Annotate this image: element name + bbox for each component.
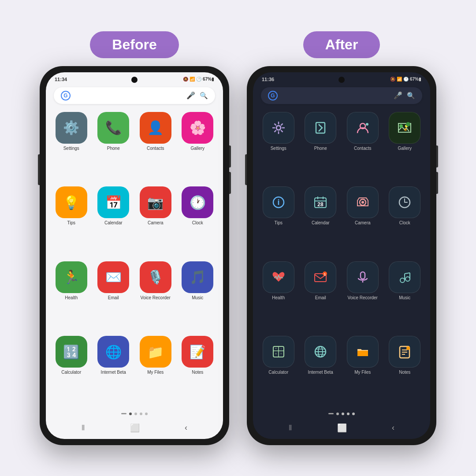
after-tips-label: Tips (274, 220, 283, 225)
app-myfiles[interactable]: 📁 My Files (136, 336, 175, 405)
app-tips[interactable]: 💡 Tips (52, 186, 91, 255)
after-app-health[interactable]: Health (259, 261, 298, 330)
svg-line-6 (281, 130, 283, 132)
after-tips-icon: i (263, 186, 294, 218)
after-app-tips[interactable]: i Tips (259, 186, 298, 255)
after-app-calculator[interactable]: +-×÷ Calculator (259, 336, 298, 405)
power-button[interactable] (38, 154, 40, 185)
dot-3 (145, 413, 148, 415)
music-label: Music (192, 295, 203, 300)
after-nav-back-icon[interactable]: ‹ (392, 423, 394, 432)
after-app-settings[interactable]: Settings (259, 112, 298, 181)
before-search-bar[interactable]: G 🎤 🔍 (54, 87, 215, 104)
vol-up-button[interactable] (229, 145, 231, 167)
app-gallery[interactable]: 🌸 Gallery (178, 112, 217, 181)
after-vol-up-button[interactable] (436, 145, 438, 167)
after-clock-label: Clock (399, 220, 410, 225)
after-app-calendar[interactable]: 28 Calendar (301, 186, 340, 255)
app-camera[interactable]: 📷 Camera (136, 186, 175, 255)
after-music-icon (389, 261, 420, 293)
after-app-contacts[interactable]: Contacts (343, 112, 382, 181)
app-email[interactable]: ✉️ Email (94, 261, 133, 330)
after-vol-down-button[interactable] (436, 172, 438, 194)
after-google-logo: G (268, 91, 278, 100)
app-contacts[interactable]: 👤 Contacts (136, 112, 175, 181)
voicerec-icon: 🎙️ (140, 261, 171, 293)
vol-down-button[interactable] (229, 172, 231, 194)
after-notes-icon (389, 336, 420, 368)
app-calculator[interactable]: 🔢 Calculator (52, 336, 91, 405)
after-calendar-icon: 28 (305, 186, 336, 218)
after-camera-label: Camera (355, 220, 371, 225)
mic-icon: 🎤 (186, 91, 195, 100)
dot-1 (134, 413, 137, 415)
svg-text:1: 1 (324, 272, 326, 276)
dot-dash (121, 413, 126, 414)
before-apps-grid: ⚙️ Settings 📞 Phone 👤 Contacts (46, 108, 223, 409)
calculator-label: Calculator (61, 370, 81, 375)
notes-label: Notes (192, 370, 203, 375)
app-internetbeta[interactable]: 🌐 Internet Beta (94, 336, 133, 405)
nav-home-icon[interactable]: ⬜ (130, 423, 140, 433)
svg-point-25 (361, 201, 364, 204)
after-email-label: Email (315, 295, 326, 300)
app-music[interactable]: 🎵 Music (178, 261, 217, 330)
after-mic-icon: 🎤 (394, 91, 402, 100)
gallery-label: Gallery (190, 146, 205, 151)
svg-point-56 (406, 346, 410, 350)
after-power-button[interactable] (245, 154, 247, 185)
before-screen: 11:34 🔕 📶 🕐 67%▮ G 🎤 (46, 72, 223, 439)
app-calendar[interactable]: 📅 Calendar (94, 186, 133, 255)
svg-text:-: - (281, 347, 282, 350)
after-column: After 11:36 🔕 📶 🕐 67%▮ (247, 31, 436, 445)
after-app-clock[interactable]: Clock (386, 186, 424, 255)
after-gallery-icon (389, 112, 420, 144)
after-phone: 11:36 🔕 📶 🕐 67%▮ G 🎤 (247, 66, 436, 445)
after-voicerec-icon (347, 261, 379, 293)
after-app-voicerec[interactable]: Voice Recorder (343, 261, 382, 330)
health-icon: 🏃 (56, 261, 87, 293)
app-voicerec[interactable]: 🎙️ Voice Recorder (136, 261, 175, 330)
after-dot-2 (347, 413, 350, 415)
myfiles-label: My Files (147, 370, 164, 375)
app-notes[interactable]: 📝 Notes (178, 336, 217, 405)
svg-rect-51 (357, 351, 368, 356)
nav-back-icon[interactable]: ‹ (185, 423, 187, 432)
app-phone[interactable]: 📞 Phone (94, 112, 133, 181)
after-dot-dash (328, 413, 334, 414)
app-clock[interactable]: 🕐 Clock (178, 186, 217, 255)
after-nav-home-icon[interactable]: ⬜ (337, 423, 347, 433)
after-camera-icon (347, 186, 379, 218)
after-app-gallery[interactable]: Gallery (386, 112, 424, 181)
before-phone-body: 11:34 🔕 📶 🕐 67%▮ G 🎤 (40, 66, 229, 445)
after-search-bar[interactable]: G 🎤 🔍 (261, 87, 422, 104)
after-nav-recents-icon[interactable]: ⦀ (289, 423, 292, 432)
before-status-bar: 11:34 🔕 📶 🕐 67%▮ (46, 72, 223, 84)
after-status-right: 🔕 📶 🕐 67%▮ (390, 77, 421, 82)
app-health[interactable]: 🏃 Health (52, 261, 91, 330)
voicerec-label: Voice Recorder (141, 295, 171, 300)
svg-line-7 (281, 123, 283, 125)
nav-recents-icon[interactable]: ⦀ (82, 423, 85, 432)
after-app-notes[interactable]: Notes (386, 336, 424, 405)
after-app-internetbeta[interactable]: Internet Beta (301, 336, 340, 405)
after-settings-icon (263, 112, 294, 144)
after-app-phone[interactable]: Phone (301, 112, 340, 181)
after-app-music[interactable]: Music (386, 261, 424, 330)
before-nav-bar: ⦀ ⬜ ‹ (46, 419, 223, 439)
after-myfiles-icon (347, 336, 379, 368)
after-app-myfiles[interactable]: My Files (343, 336, 382, 405)
before-phone: 11:34 🔕 📶 🕐 67%▮ G 🎤 (40, 66, 229, 445)
settings-icon: ⚙️ (56, 112, 87, 144)
svg-point-14 (399, 124, 403, 128)
tips-icon: 💡 (56, 186, 87, 218)
clock-label: Clock (192, 220, 203, 225)
svg-line-8 (274, 130, 276, 132)
main-container: Before 11:34 🔕 📶 🕐 67%▮ (26, 18, 450, 458)
svg-point-35 (405, 277, 410, 281)
tips-label: Tips (67, 220, 75, 225)
app-settings[interactable]: ⚙️ Settings (52, 112, 91, 181)
after-app-camera[interactable]: Camera (343, 186, 382, 255)
svg-text:×: × (275, 352, 277, 355)
after-app-email[interactable]: 1 Email (301, 261, 340, 330)
